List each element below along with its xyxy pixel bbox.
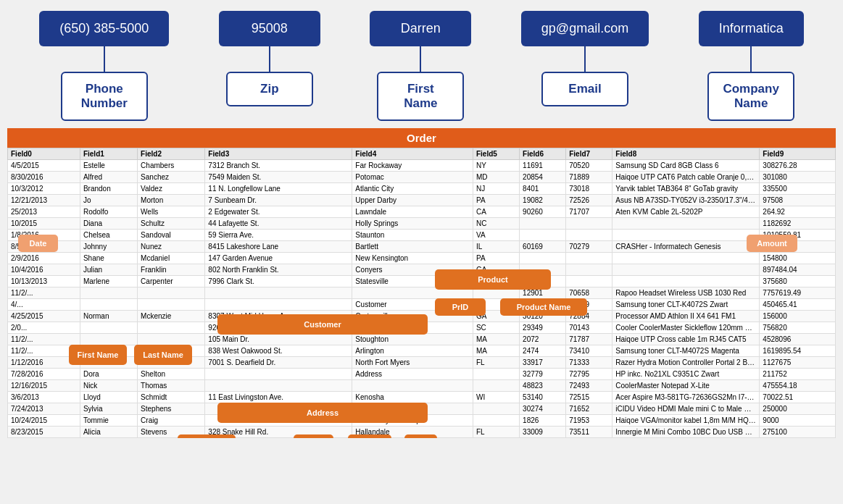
cell-6-5: VA	[473, 230, 519, 241]
cell-5-4: Holly Springs	[352, 218, 473, 230]
cell-10-7	[566, 276, 612, 287]
value-box-4: Informatica	[699, 11, 804, 46]
cell-11-7: 70658	[566, 287, 612, 299]
cell-8-3: 147 Garden Avenue	[205, 253, 352, 264]
cell-4-6: 90260	[520, 206, 566, 218]
cell-2-3: 11 N. Longfellow Lane	[205, 183, 352, 195]
cell-4-8: Aten KVM Cable 2L-5202P	[612, 206, 760, 218]
cell-16-2	[138, 345, 205, 357]
cell-14-1	[80, 322, 137, 334]
table-row: 25/2013RodolfoWells2 Edgewater St.Lawnda…	[8, 206, 836, 218]
cell-9-7	[566, 264, 612, 276]
field-group-4: InformaticaCompany Name	[699, 11, 804, 121]
cell-15-5: MA	[473, 334, 519, 345]
value-box-2: Darren	[370, 11, 471, 46]
cell-1-0: 8/30/2016	[8, 172, 80, 183]
table-row: 10/24/2015TommieCraigStreet City State Z…	[8, 415, 836, 427]
cell-16-3: 838 West Oakwood St.	[205, 345, 352, 357]
cell-19-4	[352, 380, 473, 392]
cell-3-4: Upper Darby	[352, 195, 473, 206]
cell-8-4: New Kensington	[352, 253, 473, 264]
cell-17-0: 1/12/2016	[8, 357, 80, 369]
table-row: 1/8/2016ChelseaSandoval59 Sierra Ave.Sta…	[8, 230, 836, 241]
label-box-2: First Name	[377, 72, 464, 121]
cell-3-6: 19082	[520, 195, 566, 206]
cell-22-3	[205, 415, 352, 427]
cell-5-8	[612, 218, 760, 230]
cell-17-4: North Fort Myers	[352, 357, 473, 369]
cell-22-7: 71953	[566, 415, 612, 427]
cell-16-1	[80, 345, 137, 357]
cell-11-6: 12901	[520, 287, 566, 299]
cell-23-4: Hallandale	[352, 427, 473, 438]
cell-1-8: Haiqoe UTP CAT6 Patch cable Oranje 0,5M …	[612, 172, 760, 183]
cell-15-6: 2072	[520, 334, 566, 345]
cell-1-4: Potomac	[352, 172, 473, 183]
cell-21-4: Side Dr. Allendale	[352, 403, 473, 415]
cell-2-8: Yarvik tablet TAB364 8" GoTab gravity	[612, 183, 760, 195]
cell-20-9: 70022.51	[760, 392, 836, 403]
cell-11-3	[205, 287, 352, 299]
cell-23-3: 328 Snake Hill Rd.	[205, 427, 352, 438]
cell-16-6: 2474	[520, 345, 566, 357]
cell-6-6	[520, 230, 566, 241]
cell-10-3: 7996 Clark St.	[205, 276, 352, 287]
bottom-section: Order Field0Field1Field2Field3Field4Fiel…	[7, 128, 836, 438]
cell-22-5	[473, 415, 519, 427]
value-box-0: (650) 385-5000	[39, 11, 169, 46]
cell-12-2	[138, 299, 205, 311]
cell-16-7: 73410	[566, 345, 612, 357]
table-row: 7/24/2013SylviaStephensSide Dr. Allendal…	[8, 403, 836, 415]
cell-3-1: Jo	[80, 195, 137, 206]
cell-0-2: Chambers	[138, 160, 205, 172]
cell-22-4: Street City State Zip	[352, 415, 473, 427]
cell-10-9: 375680	[760, 276, 836, 287]
cell-10-1: Marlene	[80, 276, 137, 287]
cell-0-1: Estelle	[80, 160, 137, 172]
cell-14-8: Cooler CoolerMaster Sickleflow 120mm Blu…	[612, 322, 760, 334]
cell-2-5: NJ	[473, 183, 519, 195]
cell-0-9: 308276.28	[760, 160, 836, 172]
cell-13-5: GA	[473, 311, 519, 322]
cell-12-7: 73049	[566, 299, 612, 311]
cell-2-1: Brandon	[80, 183, 137, 195]
cell-20-7: 72515	[566, 392, 612, 403]
cell-14-9: 756820	[760, 322, 836, 334]
cell-13-4: Cartersville	[352, 311, 473, 322]
cell-13-0: 4/25/2015	[8, 311, 80, 322]
cell-6-7	[566, 230, 612, 241]
cell-20-8: Acer Aspire M3-581TG-72636GS2Mn I7-2637M…	[612, 392, 760, 403]
table-row: 4/...Customer5740173049Samsung toner CLT…	[8, 299, 836, 311]
cell-18-8: HP inkc. No21XL C9351C Zwart	[612, 369, 760, 380]
cell-6-1: Chelsea	[80, 230, 137, 241]
cell-23-6: 33009	[520, 427, 566, 438]
label-box-4: Company Name	[707, 72, 794, 121]
cell-14-7: 70143	[566, 322, 612, 334]
cell-9-2: Franklin	[138, 264, 205, 276]
cell-12-5	[473, 299, 519, 311]
cell-18-5	[473, 369, 519, 380]
cell-20-2: Schmidt	[138, 392, 205, 403]
cell-9-1: Julian	[80, 264, 137, 276]
field-group-2: DarrenFirst Name	[370, 11, 471, 121]
cell-14-2	[138, 322, 205, 334]
cell-18-7: 72795	[566, 369, 612, 380]
cell-9-6	[520, 264, 566, 276]
table-row: 2/9/2016ShaneMcdaniel147 Garden AvenueNe…	[8, 253, 836, 264]
col-header-5: Field5	[473, 148, 519, 160]
cell-2-7: 73018	[566, 183, 612, 195]
table-row: 12/16/2015NickThomas4882372493CoolerMast…	[8, 380, 836, 392]
cell-7-7: 70279	[566, 241, 612, 253]
cell-16-9: 1619895.54	[760, 345, 836, 357]
cell-18-6: 32779	[520, 369, 566, 380]
cell-19-5	[473, 380, 519, 392]
cell-13-3: 8307 West Mid Horse Ave.	[205, 311, 352, 322]
cell-1-3: 7549 Maiden St.	[205, 172, 352, 183]
value-box-3: gp@gmail.com	[521, 11, 649, 46]
cell-18-3	[205, 369, 352, 380]
cell-21-7: 71652	[566, 403, 612, 415]
field-group-0: (650) 385-5000Phone Number	[39, 11, 169, 121]
cell-17-8: Razer Hydra Motion Controller Portal 2 B…	[612, 357, 760, 369]
cell-2-2: Valdez	[138, 183, 205, 195]
cell-1-2: Sanchez	[138, 172, 205, 183]
